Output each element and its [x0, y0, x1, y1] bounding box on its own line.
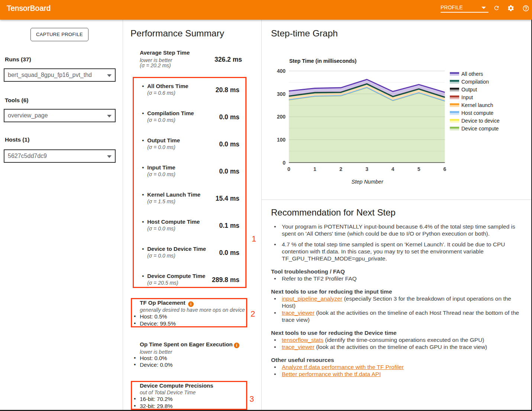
svg-text:1: 1 [313, 166, 316, 172]
svg-text:0: 0 [287, 166, 290, 172]
svg-text:300: 300 [277, 91, 286, 97]
svg-text:3: 3 [365, 166, 368, 172]
svg-text:6: 6 [444, 166, 446, 172]
svg-text:Step Number: Step Number [351, 179, 384, 185]
svg-text:5: 5 [417, 166, 420, 172]
svg-text:200: 200 [277, 114, 286, 120]
svg-text:2: 2 [339, 166, 342, 172]
svg-text:Device to device: Device to device [461, 118, 500, 124]
svg-text:0: 0 [283, 160, 286, 166]
svg-text:Input: Input [461, 94, 473, 100]
svg-text:All others: All others [461, 71, 483, 77]
svg-text:Compilation: Compilation [461, 79, 489, 85]
svg-text:100: 100 [277, 137, 286, 143]
svg-text:Kernel launch: Kernel launch [461, 102, 493, 108]
svg-text:Host compute: Host compute [461, 110, 494, 116]
svg-text:Step Time (in milliseconds): Step Time (in milliseconds) [289, 58, 357, 64]
svg-text:400: 400 [277, 68, 286, 74]
svg-text:4: 4 [391, 166, 394, 172]
svg-text:Device compute: Device compute [461, 126, 499, 132]
svg-text:Output: Output [461, 87, 477, 93]
